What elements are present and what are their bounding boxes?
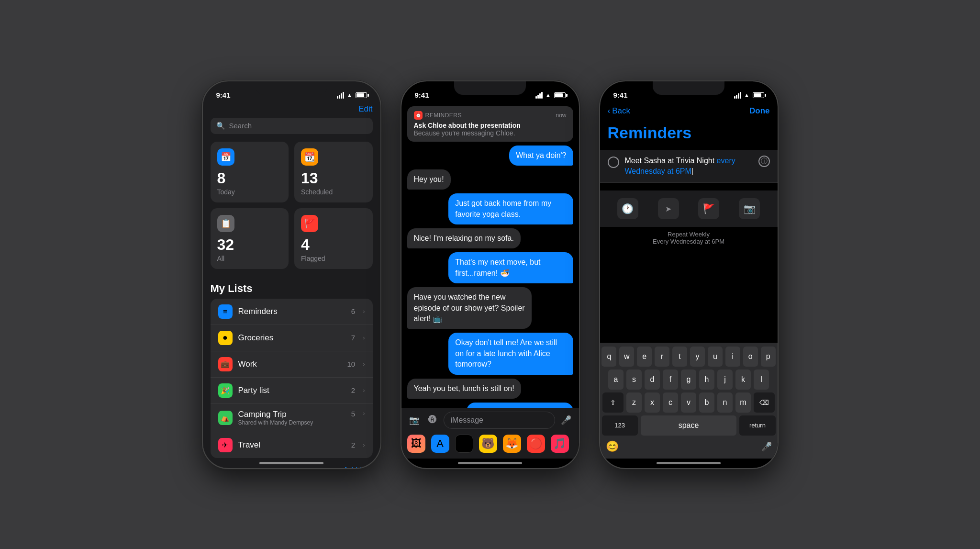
status-time: 9:41 <box>415 91 429 99</box>
mic-key[interactable]: 🎤 <box>761 441 772 452</box>
mic-input-icon[interactable]: 🎤 <box>559 413 573 427</box>
return-key[interactable]: return <box>739 415 775 436</box>
shift-key[interactable]: ⇧ <box>602 392 624 413</box>
list-item-travel[interactable]: ✈ Travel 2 › <box>211 432 373 458</box>
emoji-key[interactable]: 😊 <box>606 440 619 453</box>
scheduled-label: Scheduled <box>301 188 366 196</box>
key-i[interactable]: i <box>725 347 740 367</box>
key-g[interactable]: g <box>681 370 696 390</box>
key-j[interactable]: j <box>717 370 733 390</box>
numbers-key[interactable]: 123 <box>602 415 638 436</box>
key-t[interactable]: t <box>672 347 687 367</box>
app-strip: 🖼 A Pay 🐻 🦊 🔴 🎵 <box>407 433 573 455</box>
flagged-card-icon: 🚩 <box>301 215 318 232</box>
location-tool-button[interactable]: ➤ <box>658 198 679 219</box>
reminder-toolbar: 🕐 ➤ 🚩 📷 <box>600 190 778 227</box>
imessage-input[interactable]: iMessage <box>444 412 555 429</box>
status-time: 9:41 <box>613 91 628 99</box>
notif-body: Because you're messaging Chloe. <box>414 129 567 137</box>
reminder-text-content: Meet Sasha at Trivia Night every Wednesd… <box>625 156 753 177</box>
repeat-detail: Every Wednesday at 6PM <box>604 238 774 245</box>
key-f[interactable]: f <box>663 370 678 390</box>
appstore-strip-icon[interactable]: A <box>431 435 449 453</box>
all-count: 32 <box>217 236 282 254</box>
home-indicator <box>259 462 323 464</box>
info-button[interactable]: ⓘ <box>758 156 770 167</box>
scheduled-card[interactable]: 📆 13 Scheduled <box>294 142 373 202</box>
key-o[interactable]: o <box>743 347 758 367</box>
key-p[interactable]: p <box>761 347 776 367</box>
key-b[interactable]: b <box>699 392 714 413</box>
status-bar: 9:41 ▲ <box>401 81 579 102</box>
space-key[interactable]: space <box>641 415 737 436</box>
list-item-reminders[interactable]: ≡ Reminders 6 › <box>211 299 373 325</box>
chevron-icon: › <box>363 441 365 448</box>
key-z[interactable]: z <box>626 392 642 413</box>
key-c[interactable]: c <box>663 392 678 413</box>
message-row: What ya doin'? <box>407 146 573 166</box>
reminders-notif-icon: ⏰ <box>414 111 423 120</box>
flag-tool-button[interactable]: 🚩 <box>698 198 719 219</box>
message-row: Have you watched the new episode of our … <box>407 287 573 329</box>
done-button[interactable]: Done <box>749 106 770 116</box>
applepay-strip-icon[interactable]: Pay <box>455 435 473 453</box>
key-h[interactable]: h <box>699 370 714 390</box>
reminder-checkbox[interactable] <box>608 157 619 168</box>
list-item-camping[interactable]: ⛺ Camping Trip Shared with Mandy Dempsey… <box>211 404 373 432</box>
key-r[interactable]: r <box>655 347 669 367</box>
reminders-header: Edit <box>211 102 373 118</box>
key-n[interactable]: n <box>717 392 733 413</box>
key-s[interactable]: s <box>626 370 642 390</box>
flagged-card[interactable]: 🚩 4 Flagged <box>294 208 373 269</box>
key-x[interactable]: x <box>645 392 660 413</box>
key-l[interactable]: l <box>754 370 769 390</box>
key-a[interactable]: a <box>608 370 624 390</box>
apps-input-icon[interactable]: 🅐 <box>425 413 440 427</box>
party-list-count: 2 <box>351 386 355 394</box>
delete-key[interactable]: ⌫ <box>754 392 775 413</box>
keyboard-row-3: ⇧ z x c v b n m ⌫ <box>602 392 776 413</box>
music-strip-icon[interactable]: 🎵 <box>551 435 569 453</box>
search-bar[interactable]: 🔍 Search <box>211 118 373 134</box>
today-card-icon: 📅 <box>217 148 234 166</box>
reminders-list-count: 6 <box>351 307 355 315</box>
status-bar: 9:41 ▲ <box>203 81 380 102</box>
scheduled-count: 13 <box>301 169 366 187</box>
keyboard-row-2: a s d f g h j k l <box>602 370 776 390</box>
key-u[interactable]: u <box>708 347 723 367</box>
status-icons: ▲ <box>535 92 566 99</box>
list-item-party[interactable]: 🎉 Party list 2 › <box>211 378 373 404</box>
message-bubble: Hey you! <box>407 169 451 190</box>
memoji2-strip-icon[interactable]: 🦊 <box>503 435 521 453</box>
phone-reminders-edit: 9:41 ▲ ‹ Back Done Reminders <box>599 80 779 469</box>
list-item-work[interactable]: 💼 Work 10 › <box>211 351 373 378</box>
key-y[interactable]: y <box>690 347 705 367</box>
stickers-strip-icon[interactable]: 🔴 <box>527 435 545 453</box>
work-list-icon: 💼 <box>218 357 233 371</box>
reminder-item[interactable]: Meet Sasha at Trivia Night every Wednesd… <box>600 150 778 183</box>
today-label: Today <box>217 188 282 196</box>
reminders-notification[interactable]: ⏰ REMINDERS now Ask Chloe about the pres… <box>407 106 573 142</box>
key-v[interactable]: v <box>681 392 696 413</box>
back-button[interactable]: ‹ Back <box>608 106 630 116</box>
key-d[interactable]: d <box>645 370 660 390</box>
key-q[interactable]: q <box>601 347 616 367</box>
key-k[interactable]: k <box>735 370 751 390</box>
photos-strip-icon[interactable]: 🖼 <box>407 435 425 453</box>
list-item-groceries[interactable]: ● Groceries 7 › <box>211 325 373 351</box>
camera-tool-button[interactable]: 📷 <box>739 198 760 219</box>
key-e[interactable]: e <box>637 347 652 367</box>
clock-tool-button[interactable]: 🕐 <box>617 198 638 219</box>
message-bubble: Nice! I'm relaxing on my sofa. <box>407 228 521 248</box>
today-card[interactable]: 📅 8 Today <box>211 142 289 202</box>
all-card[interactable]: 📋 32 All <box>211 208 289 269</box>
chevron-icon: › <box>363 410 365 417</box>
key-m[interactable]: m <box>735 392 751 413</box>
camera-input-icon[interactable]: 📷 <box>407 413 422 427</box>
battery-icon <box>554 92 566 98</box>
key-w[interactable]: w <box>619 347 634 367</box>
memoji-strip-icon[interactable]: 🐻 <box>479 435 497 453</box>
reminders-content: Edit 🔍 Search 📅 8 Today 📆 13 Scheduled <box>203 102 380 468</box>
edit-button[interactable]: Edit <box>358 104 372 114</box>
keyboard-row-4: 123 space return <box>602 415 776 436</box>
